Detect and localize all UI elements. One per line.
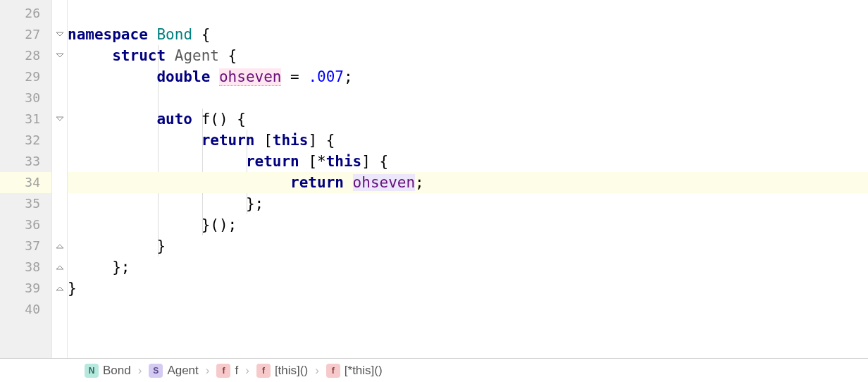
brace-open: { [192, 26, 210, 43]
breadcrumb-badge-icon: f [216, 364, 230, 378]
editor-window: 262728293031323334353637383940 [0, 0, 868, 382]
keyword-return: return [202, 132, 255, 149]
code-line: struct Agent { [68, 45, 868, 66]
editor-main: 262728293031323334353637383940 [0, 0, 868, 358]
fold-close-icon[interactable] [52, 235, 67, 257]
fold-spacer [52, 193, 67, 214]
fold-spacer [52, 172, 67, 193]
breadcrumb-label: Bond [103, 364, 131, 378]
line-number-gutter[interactable]: 262728293031323334353637383940 [0, 0, 52, 358]
breadcrumb-badge-icon: S [149, 364, 163, 378]
breadcrumb-label: Agent [167, 364, 198, 378]
brace-close: }(); [202, 216, 237, 233]
keyword-return: return [290, 174, 344, 191]
line-number[interactable]: 32 [0, 130, 51, 151]
fold-spacer [52, 66, 67, 87]
code-line: } [68, 278, 868, 299]
brace-close: }; [246, 195, 264, 212]
line-number[interactable]: 39 [0, 278, 51, 299]
code-line [68, 87, 868, 109]
code-line: double ohseven = .007; [68, 66, 868, 87]
semicolon: ; [415, 174, 424, 191]
code-area[interactable]: namespace Bond { struct Agent { double o… [68, 0, 868, 358]
capture-close: ] { [361, 153, 388, 170]
breadcrumb-item[interactable]: f[*this]() [326, 364, 383, 378]
code-line: return [this] { [68, 130, 868, 151]
fold-open-icon[interactable] [52, 24, 67, 45]
keyword-this: this [273, 132, 309, 149]
breadcrumb-badge-icon: f [256, 364, 271, 378]
line-number[interactable]: 26 [0, 3, 51, 24]
breadcrumb-separator: › [203, 364, 213, 378]
breadcrumb-separator: › [312, 364, 322, 378]
function-name: f [202, 111, 211, 128]
fold-close-icon[interactable] [52, 278, 67, 299]
line-number[interactable]: 35 [0, 193, 51, 214]
code-line [68, 3, 868, 24]
line-number[interactable]: 29 [0, 66, 51, 87]
fold-spacer [52, 130, 67, 151]
breadcrumb: NBond›SAgent›ff›f[this]()›f[*this]() [0, 358, 868, 382]
fold-spacer [52, 151, 67, 172]
keyword-this: this [326, 153, 362, 170]
equals: = [281, 68, 308, 85]
fold-open-icon[interactable] [52, 109, 67, 130]
code-line-current: return ohseven; [68, 172, 868, 193]
keyword-namespace: namespace [68, 26, 148, 43]
line-number[interactable]: 40 [0, 299, 51, 320]
breadcrumb-item[interactable]: NBond [85, 364, 131, 378]
number-literal: .007 [308, 68, 344, 85]
function-signature: () { [210, 111, 246, 128]
breadcrumb-label: [this]() [275, 364, 308, 378]
keyword-struct: struct [112, 47, 166, 64]
fold-close-icon[interactable] [52, 257, 67, 278]
semicolon: ; [344, 68, 353, 85]
breadcrumb-separator: › [135, 364, 145, 378]
keyword-double: double [156, 68, 210, 85]
line-number[interactable]: 36 [0, 214, 51, 235]
breadcrumb-item[interactable]: f[this]() [256, 364, 308, 378]
code-line: }; [68, 193, 868, 214]
struct-name: Agent [175, 47, 219, 64]
namespace-name: Bond [156, 26, 192, 43]
keyword-return: return [246, 153, 299, 170]
keyword-auto: auto [156, 111, 192, 128]
fold-spacer [52, 214, 67, 235]
breadcrumb-label: [*this]() [345, 364, 383, 378]
fold-spacer [52, 3, 67, 24]
line-number[interactable]: 31 [0, 109, 51, 130]
line-number[interactable]: 33 [0, 151, 51, 172]
identifier-ohseven: ohseven [219, 68, 282, 86]
code-line: }; [68, 257, 868, 278]
brace-close: }; [112, 259, 130, 276]
line-number[interactable]: 38 [0, 257, 51, 278]
code-line: return [*this] { [68, 151, 868, 172]
line-number[interactable]: 34 [0, 172, 51, 193]
breadcrumb-badge-icon: N [85, 364, 99, 378]
capture-close: ] { [308, 132, 335, 149]
capture-open: [ [264, 132, 273, 149]
brace-open: { [219, 47, 237, 64]
line-number[interactable]: 28 [0, 45, 51, 66]
code-line: namespace Bond { [68, 24, 868, 45]
code-line: }(); [68, 214, 868, 235]
line-number[interactable]: 27 [0, 24, 51, 45]
fold-open-icon[interactable] [52, 45, 67, 66]
brace-close: } [68, 280, 77, 297]
breadcrumb-label: f [235, 364, 238, 378]
line-number[interactable]: 37 [0, 235, 51, 257]
identifier-ohseven: ohseven [353, 174, 416, 191]
code-line: } [68, 235, 868, 257]
line-number[interactable]: 30 [0, 87, 51, 109]
code-line: auto f() { [68, 109, 868, 130]
fold-column [52, 0, 68, 358]
breadcrumb-badge-icon: f [326, 364, 340, 378]
breadcrumb-separator: › [242, 364, 252, 378]
fold-spacer [52, 87, 67, 109]
breadcrumb-item[interactable]: SAgent [149, 364, 198, 378]
code-line [68, 299, 868, 320]
breadcrumb-item[interactable]: ff [216, 364, 238, 378]
capture-open: [* [308, 153, 326, 170]
brace-close: } [156, 238, 166, 254]
